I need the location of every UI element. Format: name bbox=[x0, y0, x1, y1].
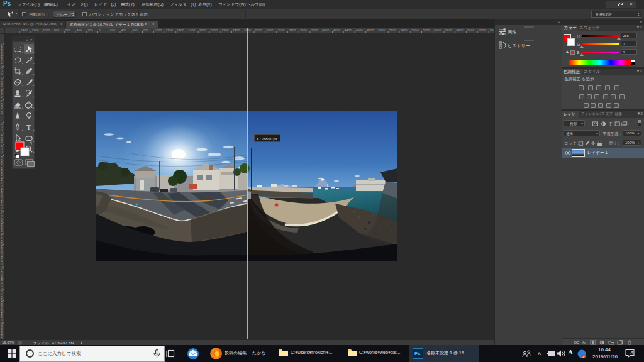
svg-text:200: 200 bbox=[87, 28, 93, 32]
svg-text:800: 800 bbox=[54, 28, 60, 32]
svg-text:0: 0 bbox=[1, 140, 3, 143]
svg-text:1400: 1400 bbox=[21, 28, 28, 32]
svg-text:4000: 4000 bbox=[322, 28, 329, 32]
svg-text:3200: 3200 bbox=[277, 28, 284, 32]
svg-text:4200: 4200 bbox=[333, 28, 340, 32]
svg-text:T: T bbox=[26, 123, 31, 132]
svg-text:1200: 1200 bbox=[31, 28, 38, 32]
svg-text:7000: 7000 bbox=[490, 28, 494, 32]
svg-text:400: 400 bbox=[77, 28, 82, 32]
svg-text:3000: 3000 bbox=[266, 28, 273, 32]
svg-text:3400: 3400 bbox=[289, 28, 296, 32]
svg-text:400: 400 bbox=[121, 28, 127, 32]
svg-text:0: 0 bbox=[1, 111, 3, 114]
svg-text:5200: 5200 bbox=[389, 28, 396, 32]
svg-text:0: 0 bbox=[1, 84, 3, 87]
svg-text:T: T bbox=[609, 121, 612, 126]
svg-text:2800: 2800 bbox=[255, 28, 262, 32]
svg-text:800: 800 bbox=[143, 28, 149, 32]
svg-text:5800: 5800 bbox=[423, 28, 430, 32]
svg-text:2000: 2000 bbox=[211, 28, 218, 32]
svg-text:6600: 6600 bbox=[467, 28, 474, 32]
svg-text:0: 0 bbox=[1, 128, 3, 132]
svg-text:2200: 2200 bbox=[221, 28, 228, 32]
svg-text:6000: 6000 bbox=[434, 28, 441, 32]
svg-text:5600: 5600 bbox=[411, 28, 418, 32]
svg-text:6800: 6800 bbox=[479, 28, 486, 32]
svg-text:600: 600 bbox=[132, 28, 138, 32]
svg-text:0: 0 bbox=[1, 106, 3, 109]
svg-text:0: 0 bbox=[1, 162, 3, 165]
svg-text:5400: 5400 bbox=[401, 28, 408, 32]
svg-text:200: 200 bbox=[110, 28, 116, 32]
svg-text:0: 0 bbox=[99, 28, 101, 32]
svg-text:4600: 4600 bbox=[356, 28, 363, 32]
svg-text:2400: 2400 bbox=[233, 28, 240, 32]
svg-text:3800: 3800 bbox=[311, 28, 318, 32]
svg-text:1800: 1800 bbox=[199, 28, 206, 32]
svg-text:1000: 1000 bbox=[43, 28, 50, 32]
svg-text:1400: 1400 bbox=[177, 28, 184, 32]
svg-text:×: × bbox=[30, 38, 33, 41]
svg-text:0: 0 bbox=[1, 150, 3, 154]
svg-text:5000: 5000 bbox=[378, 28, 385, 32]
svg-text:fx: fx bbox=[582, 341, 586, 345]
svg-text:1600: 1600 bbox=[188, 28, 195, 32]
svg-text:4800: 4800 bbox=[367, 28, 374, 32]
svg-text:1200: 1200 bbox=[166, 28, 173, 32]
svg-text:0: 0 bbox=[1, 95, 3, 99]
svg-text:6400: 6400 bbox=[456, 28, 463, 32]
svg-text:4400: 4400 bbox=[345, 28, 352, 32]
svg-text:1000: 1000 bbox=[155, 28, 162, 32]
svg-text:600: 600 bbox=[65, 28, 71, 32]
svg-text:6200: 6200 bbox=[445, 28, 452, 32]
svg-text:0: 0 bbox=[1, 72, 3, 76]
svg-text:3600: 3600 bbox=[300, 28, 307, 32]
